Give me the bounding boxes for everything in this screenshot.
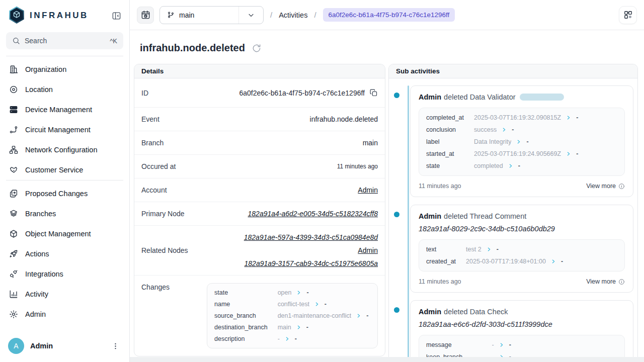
- time-travel-button[interactable]: [137, 7, 154, 24]
- sidebar-item-actions[interactable]: Actions: [4, 244, 125, 264]
- branch-name: main: [179, 11, 194, 19]
- schema-visualizer-button[interactable]: [619, 6, 637, 24]
- sidebar-item-customer-service[interactable]: Customer Service: [4, 160, 125, 180]
- kv-old-value: Data Integrity: [474, 138, 511, 145]
- detail-label: ID: [141, 89, 148, 97]
- details-header: Details: [134, 64, 385, 78]
- view-more-button[interactable]: View more: [586, 183, 625, 190]
- user-menu-button[interactable]: [109, 340, 121, 352]
- sidebar-item-admin[interactable]: Admin: [4, 304, 125, 324]
- app-window: INFRAHUB ^K Organization Location: [0, 0, 644, 362]
- sidebar-item-label: Integrations: [25, 270, 63, 278]
- view-more-button[interactable]: View more: [586, 278, 625, 285]
- refresh-icon[interactable]: [252, 43, 262, 53]
- sidebar-item-label: Location: [25, 85, 53, 94]
- chevron-right-icon: [285, 336, 290, 341]
- sidebar-item-label: Organization: [25, 65, 66, 73]
- sidebar-item-proposed-changes[interactable]: Proposed Changes: [4, 184, 125, 204]
- detail-value-id: 6a0f2e6c-b61a-4f75-b974-c76c1e1296ff: [239, 89, 365, 97]
- brand-name: INFRAHUB: [30, 11, 106, 21]
- kv-new-value: -: [295, 335, 297, 342]
- activity-title: Admin deleted Data Check: [419, 308, 625, 316]
- activity-node-uuid: 182a91aa-e6c6-d2fd-303d-c511f3999dce: [419, 320, 625, 328]
- chevron-right-icon: [314, 302, 319, 307]
- kv-new-value: -: [512, 126, 514, 133]
- related-node-link[interactable]: 182a91ae-597a-4399-34d3-c51ca0984e8d: [244, 233, 378, 241]
- kv-old-value: den1-maintenance-conflict: [278, 312, 352, 319]
- detail-row-occured-at: Occured at 11 minutes ago: [134, 155, 385, 178]
- activity-action: deleted Data Validator: [444, 93, 515, 101]
- sidebar-item-network-configuration[interactable]: Network Configuration: [4, 140, 125, 160]
- breadcrumb-activities[interactable]: Activities: [279, 11, 307, 19]
- chevron-right-icon: [551, 259, 556, 264]
- kv-old-value: success: [474, 126, 497, 133]
- kv-new-value: -: [306, 324, 308, 331]
- changes-box: state open - name: [207, 283, 378, 348]
- sidebar-item-circuit-management[interactable]: Circuit Management: [4, 120, 125, 140]
- account-link[interactable]: Admin: [358, 186, 378, 194]
- sidebar-item-organization[interactable]: Organization: [4, 59, 125, 79]
- building-icon: [9, 65, 18, 74]
- sidebar-item-label: Branches: [25, 210, 56, 218]
- kv-new-value: -: [366, 312, 368, 319]
- breadcrumb-activity-id[interactable]: 6a0f2e6c-b61a-4f75-b974-c76c1e1296ff: [323, 8, 455, 22]
- content-area: Details ID 6a0f2e6c-b61a-4f75-b974-c76c1…: [130, 64, 644, 362]
- sidebar-item-branches[interactable]: Branches: [4, 204, 125, 224]
- info-icon: [618, 279, 625, 285]
- topbar: main / Activities / 6a0f2e6c-b61a-4f75-b…: [130, 0, 644, 30]
- detail-label: Branch: [141, 139, 164, 147]
- kv-new-value: -: [518, 162, 520, 169]
- sidebar-collapse-button[interactable]: [110, 10, 122, 22]
- info-icon: [618, 183, 625, 190]
- kv-key: started_at: [426, 150, 464, 157]
- kv-value-group: success -: [474, 126, 617, 133]
- related-node-link[interactable]: 182a91a9-3157-cab9-34dc-c51975e6805a: [245, 259, 378, 267]
- sidebar-spacer: [0, 325, 129, 332]
- sidebar-item-label: Proposed Changes: [25, 190, 88, 198]
- activity-action: deleted Data Check: [444, 308, 508, 316]
- network-icon: [9, 145, 18, 154]
- copy-icon[interactable]: [369, 88, 378, 97]
- handshake-icon: [9, 165, 18, 174]
- git-branch-icon: [167, 11, 175, 19]
- sidebar-item-location[interactable]: Location: [4, 79, 125, 100]
- activity-card-thread-comment: Admin deleted Thread Comment 182a91af-80…: [410, 205, 633, 293]
- kv-key: state: [214, 289, 268, 296]
- detail-label: Occured at: [141, 162, 176, 170]
- sidebar-item-device-management[interactable]: Device Management: [4, 100, 125, 120]
- kv-value-group: test 2 -: [466, 246, 617, 253]
- kv-key: name: [214, 301, 268, 308]
- rocket-icon: [9, 249, 18, 258]
- sidebar-item-integrations[interactable]: Integrations: [4, 264, 125, 284]
- kv-value-group: conflict-test -: [278, 301, 370, 308]
- view-more-label: View more: [586, 278, 616, 285]
- detail-label: Event: [141, 115, 159, 123]
- detail-label: Account: [141, 186, 167, 194]
- changes-kv-list: state open - name: [214, 289, 370, 342]
- kv-old-value: main: [278, 324, 291, 331]
- primary-node-link[interactable]: 182a91a4-a6d2-e005-34d5-c5182324cff8: [248, 210, 378, 218]
- server-icon: [9, 105, 18, 114]
- breadcrumb-separator: /: [269, 11, 273, 19]
- activity-node-uuid: 182a91af-8029-2c9c-34db-c510a6b0db29: [419, 225, 625, 233]
- gear-icon: [9, 310, 18, 319]
- sidebar-item-object-management[interactable]: Object Management: [4, 224, 125, 244]
- kv-value-group: Data Integrity -: [474, 138, 617, 145]
- kv-value-group: - -: [492, 341, 618, 348]
- sidebar-item-activity[interactable]: Activity: [4, 284, 125, 304]
- branch-selector[interactable]: main: [159, 6, 264, 24]
- search-box[interactable]: ^K: [6, 32, 123, 49]
- activity-fields-box: completed_at 2025-03-07T16:19:32.090815Z…: [419, 108, 625, 176]
- kv-key: conclusion: [426, 126, 464, 133]
- search-shortcut: ^K: [110, 37, 117, 45]
- kebab-menu-icon: [111, 342, 120, 350]
- user-row: A Admin: [0, 332, 129, 362]
- sub-activities-header: Sub activities: [389, 64, 637, 78]
- detail-row-related-nodes: Related Nodes 182a91ae-597a-4399-34d3-c5…: [134, 226, 385, 276]
- sidebar-item-label: Admin: [25, 310, 46, 318]
- detail-label: Changes: [141, 283, 170, 291]
- related-node-link[interactable]: Admin: [358, 246, 378, 254]
- branch-dropdown-toggle[interactable]: [238, 7, 263, 24]
- route-icon: [9, 125, 18, 134]
- search-input[interactable]: [25, 37, 105, 45]
